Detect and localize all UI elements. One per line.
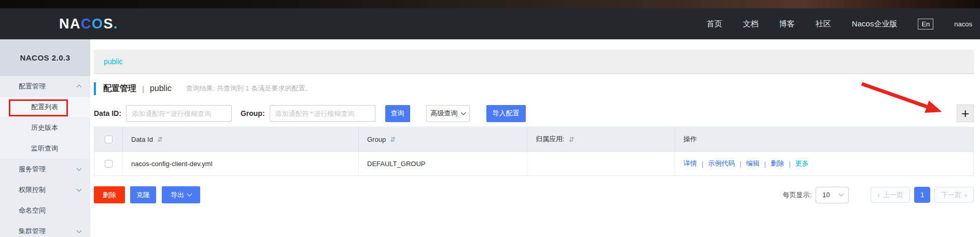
header-cell-actions: 操作 [675, 127, 973, 151]
action-separator: | [764, 160, 766, 168]
action-link-more[interactable]: 更多 [795, 159, 809, 168]
logo-text: O [92, 16, 104, 32]
namespace-tab-public[interactable]: public [104, 57, 123, 66]
sort-icon[interactable]: ⇵ [157, 136, 163, 143]
nav-link-community[interactable]: 社区 [816, 19, 831, 29]
table-header-row: Data Id ⇵ Group ⇵ 归属应用: ⇵ 操作 [94, 127, 973, 152]
nacos-console-page: NACOS. 首页 文档 博客 社区 Nacos企业版 En nacos NAC… [0, 0, 980, 237]
sidebar-item-service-management[interactable]: 服务管理 [0, 159, 90, 180]
advanced-query-button[interactable]: 高级查询 [426, 105, 470, 122]
batch-delete-button[interactable]: 删除 [94, 186, 125, 203]
chevron-down-icon [839, 191, 844, 197]
logo-text: . [114, 16, 118, 32]
page-size-label: 每页显示: [782, 190, 811, 200]
sidebar-item-label: 命名空间 [19, 206, 46, 215]
chevron-down-icon [77, 228, 82, 233]
prev-page-button[interactable]: ‹ 上一页 [871, 187, 910, 203]
sort-icon[interactable]: ⇵ [569, 136, 575, 143]
sidebar-item-label: 历史版本 [31, 123, 58, 132]
username-menu[interactable]: nacos [954, 20, 972, 28]
column-header-label: Data Id [131, 136, 153, 143]
title-accent-bar [94, 82, 96, 95]
nav-link-blog[interactable]: 博客 [779, 19, 795, 29]
column-header-label: 归属应用: [536, 135, 565, 144]
next-page-button[interactable]: 下一页 › [934, 187, 974, 203]
column-header-label: Group [367, 136, 386, 143]
sidebar-item-label: 配置列表 [31, 102, 58, 112]
chevron-left-icon: ‹ [877, 190, 880, 199]
action-separator: | [702, 160, 703, 168]
version-label: NACOS 2.0.3 [0, 39, 90, 76]
header-cell-app[interactable]: 归属应用: ⇵ [527, 127, 675, 151]
sidebar: NACOS 2.0.3 配置管理 配置列表 历史版本 监听查询 服务管理 权限控… [0, 39, 90, 237]
sidebar-item-cluster-management[interactable]: 集群管理 [0, 221, 90, 237]
logo-text: NA [59, 16, 81, 32]
language-toggle[interactable]: En [918, 19, 933, 29]
chevron-right-icon: › [964, 190, 967, 199]
export-button[interactable]: 导出 [162, 186, 200, 203]
sidebar-item-namespace[interactable]: 命名空间 [0, 200, 90, 221]
column-header-label: 操作 [683, 135, 697, 144]
query-result-text: 查询结果: 共查询到 1 条满足要求的配置。 [186, 84, 312, 93]
data-id-label: Data ID: [94, 109, 121, 117]
logo-text: C [81, 16, 92, 32]
action-link-details[interactable]: 详情 [683, 159, 697, 168]
action-link-delete[interactable]: 删除 [771, 159, 784, 168]
page-size-select[interactable]: 10 [816, 187, 849, 203]
sidebar-item-listener-query[interactable]: 监听查询 [0, 138, 90, 159]
advanced-query-label: 高级查询 [431, 109, 458, 118]
sidebar-item-permission-control[interactable]: 权限控制 [0, 180, 90, 200]
sidebar-item-label: 监听查询 [31, 144, 58, 153]
add-config-button[interactable]: + [957, 105, 974, 122]
top-nav-links: 首页 文档 博客 社区 Nacos企业版 En nacos [707, 19, 972, 29]
group-label: Group: [241, 109, 265, 117]
browser-theme-strip [0, 0, 980, 8]
current-page-button[interactable]: 1 [914, 187, 930, 203]
nav-link-home[interactable]: 首页 [707, 19, 722, 29]
top-navbar: NACOS. 首页 文档 博客 社区 Nacos企业版 En nacos [0, 8, 980, 39]
select-all-checkbox[interactable] [105, 136, 113, 143]
page-size-value: 10 [822, 191, 830, 199]
main-content: public 配置管理 | public 查询结果: 共查询到 1 条满足要求的… [94, 39, 980, 237]
row-cell-app [527, 152, 675, 175]
action-separator: | [789, 160, 790, 168]
chevron-down-icon [77, 166, 82, 171]
action-link-edit[interactable]: 编辑 [746, 159, 760, 168]
page-header: 配置管理 | public 查询结果: 共查询到 1 条满足要求的配置。 [94, 81, 974, 96]
export-label: 导出 [171, 190, 184, 200]
table-row: nacos-config-client-dev.yml DEFAULT_GROU… [94, 152, 973, 175]
row-cell-data-id: nacos-config-client-dev.yml [122, 152, 358, 175]
header-cell-group[interactable]: Group ⇵ [358, 127, 527, 151]
namespace-tab-bar: public [94, 50, 974, 74]
nav-link-enterprise[interactable]: Nacos企业版 [852, 19, 898, 29]
header-cell-data-id[interactable]: Data Id ⇵ [122, 127, 358, 151]
sidebar-item-label: 配置管理 [19, 82, 46, 91]
group-input[interactable] [270, 105, 375, 122]
sort-icon[interactable]: ⇵ [390, 136, 396, 143]
nav-link-docs[interactable]: 文档 [743, 19, 759, 29]
group-value: DEFAULT_GROUP [367, 160, 425, 168]
next-page-label: 下一页 [941, 190, 961, 200]
page-title: 配置管理 [103, 83, 136, 94]
config-table: Data Id ⇵ Group ⇵ 归属应用: ⇵ 操作 [94, 127, 974, 176]
sidebar-item-config-list[interactable]: 配置列表 [0, 97, 90, 117]
row-checkbox[interactable] [105, 160, 113, 168]
sidebar-item-label: 服务管理 [19, 165, 46, 174]
data-id-value: nacos-config-client-dev.yml [131, 160, 213, 168]
import-config-button[interactable]: 导入配置 [486, 105, 526, 122]
data-id-input[interactable] [126, 105, 232, 122]
logo-text: S [104, 16, 114, 32]
action-link-sample-code[interactable]: 示例代码 [708, 159, 735, 168]
search-button[interactable]: 查询 [385, 105, 410, 122]
title-separator: | [142, 84, 144, 93]
action-separator: | [739, 160, 741, 168]
nacos-logo[interactable]: NACOS. [59, 16, 118, 32]
header-cell-checkbox [94, 127, 122, 151]
row-cell-checkbox [94, 152, 122, 175]
sidebar-item-history-versions[interactable]: 历史版本 [0, 117, 90, 138]
sidebar-item-config-management[interactable]: 配置管理 [0, 76, 90, 97]
chevron-down-icon [77, 187, 82, 192]
clone-button[interactable]: 克隆 [130, 186, 156, 203]
filter-toolbar: Data ID: Group: 查询 高级查询 导入配置 + [94, 105, 974, 122]
row-cell-group: DEFAULT_GROUP [358, 152, 527, 175]
